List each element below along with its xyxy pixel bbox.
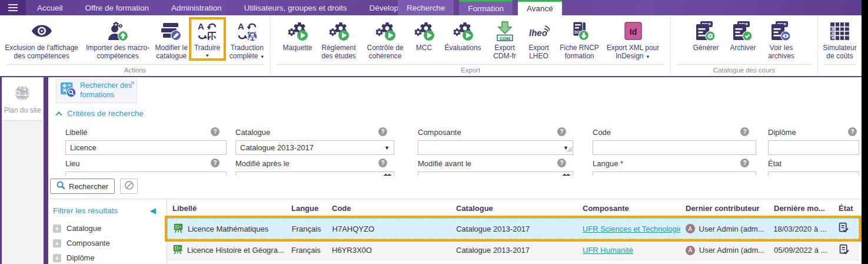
- help-icon[interactable]: ?: [378, 159, 387, 167]
- toolbar-button-evaluations[interactable]: Évaluations: [441, 19, 485, 52]
- search-icon: [56, 181, 65, 192]
- expand-plus-icon[interactable]: +: [53, 254, 61, 262]
- criteria-collapse-header[interactable]: Critères de recherche: [56, 109, 144, 118]
- expand-plus-icon[interactable]: +: [53, 239, 61, 248]
- toolbar-button-generer[interactable]: Générer: [690, 19, 722, 52]
- collapse-left-icon[interactable]: ◀: [150, 206, 156, 215]
- field-code: Code?: [593, 128, 756, 155]
- filter-item-diplome[interactable]: + Diplôme: [48, 250, 167, 264]
- toolbar-button-modifier-catalogue[interactable]: Modifier le catalogue: [154, 19, 189, 60]
- column-header-dernier-contributeur[interactable]: Dernier contributeur: [680, 204, 769, 213]
- person-gear-upload-icon: [107, 20, 128, 42]
- help-icon[interactable]: ?: [557, 159, 566, 167]
- table-header-row: Libellé Langue Code Catalogue Composante…: [167, 199, 859, 218]
- calendar-icon[interactable]: [563, 173, 570, 176]
- help-icon[interactable]: ?: [740, 127, 749, 136]
- toolbar-button-mcc[interactable]: MCC: [411, 19, 437, 52]
- toolbar-button-export-cdm[interactable]: CDM Export CDM-fr: [489, 19, 521, 60]
- plan-du-site-label: Plan du site: [4, 106, 41, 114]
- column-header-libelle[interactable]: Libellé: [167, 204, 286, 213]
- toolbar-button-export-xml-indesign[interactable]: Id Export XML pour InDesign ▼: [606, 19, 661, 60]
- langue-input[interactable]: [593, 171, 756, 176]
- toolbar-button-voir-archives[interactable]: Voir les archives: [764, 19, 799, 60]
- column-header-langue[interactable]: Langue: [286, 204, 327, 213]
- lieu-input[interactable]: [65, 171, 227, 176]
- sidebar: Plan du site: [2, 78, 44, 264]
- gears-run-icon: [414, 20, 435, 42]
- toolbar-group-label-export: Export: [277, 64, 664, 76]
- search-button[interactable]: Rechercher: [50, 179, 115, 194]
- toolbar-button-fiche-rncp[interactable]: DO Fiche RNCP formation: [557, 19, 602, 60]
- hamburger-menu-icon[interactable]: [0, 0, 26, 15]
- tab-formation[interactable]: Formation: [459, 0, 513, 15]
- help-icon[interactable]: ?: [211, 159, 220, 167]
- sidebar-item-plan-du-site[interactable]: Plan du site: [2, 78, 44, 121]
- status-doc-check-icon: [839, 244, 850, 257]
- column-header-catalogue[interactable]: Catalogue: [451, 204, 577, 213]
- column-header-derniere-modification[interactable]: Dernière mo...: [769, 204, 833, 213]
- nav-item-administration[interactable]: Administration: [160, 0, 233, 15]
- catalogue-select[interactable]: Catalogue 2013-2017▼: [235, 140, 394, 155]
- toolbar-button-controle-coherence[interactable]: Contrôle de cohérence: [363, 19, 408, 60]
- close-icon[interactable]: ×: [131, 79, 135, 87]
- filter-item-catalogue[interactable]: + Catalogue: [48, 221, 167, 236]
- toolbar-button-export-lheo[interactable]: lheo Export LHEO: [524, 19, 554, 60]
- translate-icon: [197, 20, 217, 42]
- document-download-icon: DO: [569, 20, 590, 42]
- nav-item-utilisateurs[interactable]: Utilisateurs, groupes et droits: [233, 0, 358, 15]
- etat-input[interactable]: [768, 171, 859, 176]
- toolbar-button-archiver[interactable]: Archiver: [727, 19, 760, 52]
- toolbar-group-label-actions: Actions: [6, 64, 264, 76]
- help-icon[interactable]: ?: [848, 127, 857, 136]
- nav-item-accueil[interactable]: Accueil: [26, 0, 74, 15]
- help-icon[interactable]: ?: [740, 159, 749, 167]
- workspace-tab-rechercher-formations[interactable]: Rechercher des formations ×: [56, 78, 137, 103]
- table-row[interactable]: Licence Mathématiques Français H7AHQYZO …: [167, 218, 859, 239]
- calendar-icon[interactable]: [384, 173, 391, 176]
- toolbar-button-exclusion-competences[interactable]: Exclusion de l'affichage des compétences: [1, 19, 82, 60]
- toolbar-button-importer-macro-competences[interactable]: Importer des macro-compétences: [84, 19, 152, 60]
- column-header-etat[interactable]: État: [833, 204, 859, 213]
- field-modifie-avant: Modifié avant le?: [418, 159, 573, 176]
- nav-item-offre-de-formation[interactable]: Offre de formation: [74, 0, 161, 15]
- help-icon[interactable]: ?: [211, 127, 220, 136]
- field-langue: Langue *?: [593, 159, 756, 176]
- field-etat: État: [768, 159, 859, 176]
- main-workspace: Rechercher des formations × Critères de …: [48, 78, 862, 264]
- composante-select[interactable]: ▼: [418, 140, 573, 155]
- resize-handle[interactable]: [567, 145, 572, 154]
- expand-plus-icon[interactable]: +: [53, 225, 61, 233]
- libelle-input[interactable]: [65, 140, 227, 155]
- column-header-composante[interactable]: Composante: [577, 204, 680, 213]
- toolbar-button-simulateur-couts[interactable]: Simulateur de coûts: [820, 19, 860, 60]
- cost-grid-icon: [829, 20, 850, 42]
- table-row[interactable]: Licence Histoire et Géogra... Français H…: [167, 240, 859, 260]
- field-diplome: Diplôme?: [768, 128, 859, 155]
- column-header-code[interactable]: Code: [327, 204, 451, 213]
- field-lieu: Lieu?: [65, 159, 227, 176]
- composante-link[interactable]: UFR Sciences et Technologies: [583, 225, 680, 233]
- filter-header[interactable]: Filtrer les résultats ◀: [48, 199, 167, 221]
- avatar: A: [686, 224, 695, 233]
- modifie-apres-input[interactable]: [235, 171, 394, 176]
- field-catalogue: Catalogue? Catalogue 2013-2017▼: [235, 128, 394, 155]
- tab-recherche[interactable]: Recherche: [398, 0, 454, 15]
- toolbar-button-reglement-etudes[interactable]: Règlement des études: [318, 19, 360, 60]
- pdf-eye-icon: [771, 20, 791, 42]
- composante-link[interactable]: UFR Humanité: [583, 246, 633, 255]
- toolbar-button-traduire[interactable]: Traduire ▼: [191, 19, 224, 58]
- status-doc-check-icon: [838, 222, 849, 235]
- modifie-avant-input[interactable]: [418, 171, 573, 176]
- toolbar-group-label-empty: [824, 64, 856, 76]
- code-input[interactable]: [593, 140, 756, 155]
- toolbar-button-traduction-complete[interactable]: Traduction complète ▼: [225, 19, 269, 60]
- help-icon[interactable]: ?: [557, 127, 566, 136]
- clear-search-button[interactable]: [120, 179, 138, 194]
- field-composante: Composante? ▼: [418, 128, 573, 155]
- tab-avance[interactable]: Avancé: [518, 0, 562, 15]
- diplome-input[interactable]: [768, 140, 859, 155]
- filter-item-composante[interactable]: + Composante: [48, 236, 167, 250]
- help-icon[interactable]: ?: [378, 127, 387, 136]
- pdf-gear-icon: [696, 20, 716, 42]
- toolbar-button-maquette[interactable]: Maquette: [281, 19, 315, 52]
